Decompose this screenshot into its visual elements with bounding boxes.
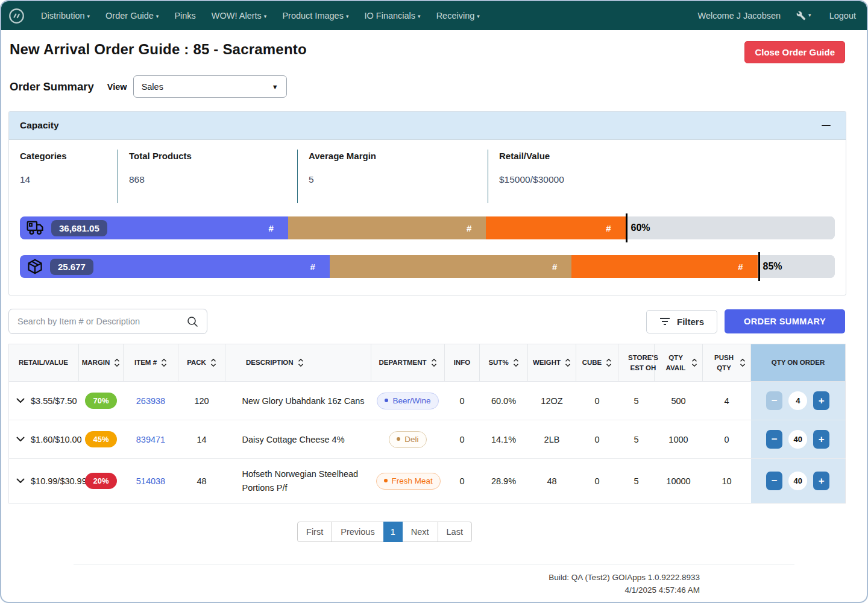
col-qty-avail[interactable]: QTY AVAIL bbox=[655, 344, 703, 382]
sort-icon[interactable] bbox=[161, 358, 167, 367]
nav-receiving[interactable]: Receiving▾ bbox=[429, 11, 488, 21]
dot-icon bbox=[385, 399, 388, 402]
store-est-oh-value: 5 bbox=[618, 382, 655, 420]
minus-button[interactable]: − bbox=[766, 472, 782, 490]
cube-icon bbox=[27, 258, 43, 275]
nav-distribution[interactable]: Distribution▾ bbox=[33, 11, 98, 21]
push-qty-value: 0 bbox=[703, 420, 751, 459]
pagination-previous[interactable]: Previous bbox=[332, 522, 383, 542]
app-logo-icon[interactable] bbox=[8, 8, 25, 24]
build-timestamp: 4/1/2025 4:57:46 AM bbox=[74, 584, 700, 597]
sort-icon[interactable] bbox=[740, 358, 746, 367]
filters-button[interactable]: Filters bbox=[646, 310, 717, 333]
stat-retail-value: Retail/Value $15000/$30000 bbox=[488, 150, 846, 203]
nav-order-guide[interactable]: Order Guide▾ bbox=[98, 11, 166, 21]
welcome-text: Welcome J Jacobsen bbox=[698, 11, 781, 21]
sort-icon[interactable] bbox=[513, 358, 519, 367]
caret-down-icon: ▾ bbox=[808, 12, 811, 18]
col-weight[interactable]: WEIGHT bbox=[528, 344, 576, 382]
collapse-panel-button[interactable] bbox=[817, 119, 835, 131]
minus-button[interactable]: − bbox=[766, 391, 782, 410]
pagination-page-1[interactable]: 1 bbox=[383, 522, 403, 542]
col-margin[interactable]: MARGIN bbox=[79, 344, 124, 382]
pagination-first[interactable]: First bbox=[297, 522, 332, 542]
qty-on-order-value: 40 bbox=[788, 472, 807, 490]
pagination-next[interactable]: Next bbox=[402, 522, 438, 542]
capacity-title: Capacity bbox=[20, 120, 59, 131]
sut-value: 14.1% bbox=[480, 420, 528, 459]
description-value: New Glory Ubahdank 16z Cans bbox=[225, 382, 371, 420]
view-select-value: Sales bbox=[142, 82, 163, 92]
col-description[interactable]: DESCRIPTION bbox=[225, 344, 371, 382]
col-store-est-oh: STORE'S EST OH bbox=[618, 344, 655, 382]
caret-down-icon: ▾ bbox=[346, 13, 349, 19]
sort-icon[interactable] bbox=[114, 358, 120, 367]
logout-link[interactable]: Logout bbox=[829, 11, 856, 21]
view-select[interactable]: Sales ▼ bbox=[133, 75, 287, 98]
chevron-down-icon[interactable] bbox=[16, 478, 25, 484]
sut-value: 60.0% bbox=[480, 382, 528, 420]
chevron-down-icon[interactable] bbox=[16, 398, 25, 403]
col-push-qty[interactable]: PUSH QTY bbox=[703, 344, 751, 382]
sort-icon[interactable] bbox=[298, 358, 304, 367]
nav-io-financials[interactable]: IO Financials▾ bbox=[356, 11, 428, 21]
chevron-down-icon[interactable] bbox=[16, 437, 25, 442]
col-item[interactable]: ITEM # bbox=[124, 344, 178, 382]
nav-wow-alerts[interactable]: WOW! Alerts▾ bbox=[204, 11, 275, 21]
hash-marker: # bbox=[268, 223, 288, 233]
retail-value: $3.55/$7.50 bbox=[31, 396, 77, 406]
qty-on-order-value: 40 bbox=[788, 430, 807, 449]
sort-icon[interactable] bbox=[210, 358, 216, 367]
col-cube[interactable]: CUBE bbox=[576, 344, 618, 382]
nav-product-images[interactable]: Product Images▾ bbox=[274, 11, 356, 21]
capacity-target-marker bbox=[758, 252, 760, 281]
hash-marker: # bbox=[606, 223, 625, 233]
minus-button[interactable]: − bbox=[766, 430, 782, 449]
info-value: 0 bbox=[445, 459, 480, 504]
item-number-link[interactable]: 839471 bbox=[136, 435, 165, 444]
item-number-link[interactable]: 263938 bbox=[136, 396, 165, 406]
push-qty-value: 10 bbox=[703, 459, 751, 504]
plus-button[interactable]: + bbox=[813, 430, 829, 449]
search-box[interactable] bbox=[8, 309, 207, 334]
table-row: $1.60/$10.00 45% 839471 14 Daisy Cottage… bbox=[9, 420, 846, 459]
sort-icon[interactable] bbox=[565, 358, 571, 367]
pack-value: 14 bbox=[178, 420, 225, 459]
col-pack[interactable]: PACK bbox=[178, 344, 225, 382]
item-number-link[interactable]: 514038 bbox=[136, 476, 165, 486]
dot-icon bbox=[384, 479, 388, 482]
pagination-last[interactable]: Last bbox=[438, 522, 472, 542]
department-badge: Beer/Wine bbox=[377, 393, 438, 409]
sort-icon[interactable] bbox=[431, 358, 437, 367]
wrench-icon bbox=[796, 11, 806, 21]
col-department[interactable]: DEPARTMENT bbox=[371, 344, 445, 382]
weight-value: 48 bbox=[528, 459, 576, 504]
sort-icon[interactable] bbox=[606, 358, 612, 367]
qty-avail-value: 500 bbox=[655, 382, 703, 420]
capacity-panel: Capacity Categories 14 Total Products 86… bbox=[8, 111, 846, 295]
col-sut[interactable]: SUT% bbox=[480, 344, 528, 382]
app-window: Distribution▾ Order Guide▾ Pinks WOW! Al… bbox=[0, 0, 868, 603]
pack-value: 120 bbox=[178, 382, 225, 420]
caret-down-icon: ▾ bbox=[477, 13, 480, 19]
order-summary-button[interactable]: ORDER SUMMARY bbox=[725, 309, 845, 333]
tools-menu[interactable]: ▾ bbox=[796, 11, 811, 21]
description-value: Hofseth Norwegian Steelhead Portions P/f bbox=[225, 459, 371, 504]
capacity-target-marker bbox=[626, 213, 627, 242]
bar-value-badge: 25.677 bbox=[50, 259, 93, 275]
qty-stepper: − 40 + bbox=[756, 472, 841, 490]
sort-icon[interactable] bbox=[691, 358, 697, 367]
plus-button[interactable]: + bbox=[813, 472, 829, 490]
description-value: Daisy Cottage Cheese 4% bbox=[225, 420, 371, 459]
truck-icon bbox=[27, 220, 45, 236]
view-label: View bbox=[107, 82, 127, 92]
nav-pinks[interactable]: Pinks bbox=[166, 11, 203, 21]
weight-value: 2LB bbox=[528, 420, 576, 459]
search-input[interactable] bbox=[17, 317, 187, 326]
hash-marker: # bbox=[310, 262, 329, 272]
hash-marker: # bbox=[552, 262, 571, 272]
search-icon[interactable] bbox=[187, 316, 198, 327]
close-order-guide-button[interactable]: Close Order Guide bbox=[744, 41, 845, 63]
build-version: Build: QA (Test2) GOIApps 1.0.9222.8933 bbox=[74, 572, 700, 584]
plus-button[interactable]: + bbox=[813, 391, 829, 410]
